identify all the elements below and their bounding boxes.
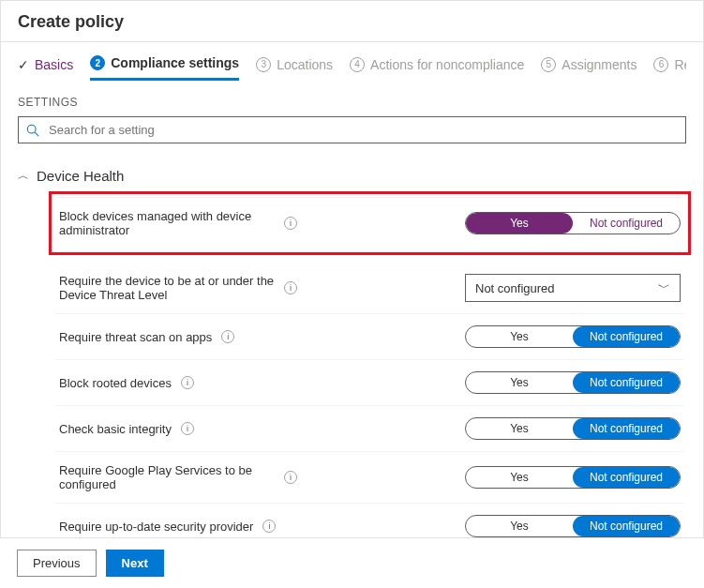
setting-row: Require threat scan on apps i Yes Not co… [55,314,684,360]
tab-basics[interactable]: ✓ Basics [18,57,73,80]
toggle-yes[interactable]: Yes [466,213,573,234]
toggle-not-configured[interactable]: Not configured [573,213,680,234]
wizard-tabs: ✓ Basics 2 Compliance settings 3 Locatio… [18,55,686,81]
setting-label: Require up-to-date security provider [59,520,253,534]
setting-label: Require threat scan on apps [59,330,212,344]
info-icon[interactable]: i [262,520,276,533]
toggle-not-configured[interactable]: Not configured [573,467,680,488]
toggle-not-configured[interactable]: Not configured [573,326,680,347]
page-title: Create policy [1,1,703,41]
toggle-yes[interactable]: Yes [466,467,573,488]
step-number-icon: 6 [653,57,668,72]
search-input[interactable] [47,122,678,138]
threat-level-dropdown[interactable]: Not configured ﹀ [465,274,681,302]
toggle-pill[interactable]: Yes Not configured [465,212,681,234]
setting-row: Block rooted devices i Yes Not configure… [55,360,684,406]
dropdown-value: Not configured [475,281,555,295]
setting-label: Block devices managed with device admini… [59,209,275,237]
toggle-yes[interactable]: Yes [466,516,573,536]
setting-row: Require Google Play Services to be confi… [55,452,684,504]
toggle-yes[interactable]: Yes [466,372,573,393]
tab-label: Compliance settings [111,55,239,70]
tab-actions-noncompliance[interactable]: 4 Actions for noncompliance [350,57,524,80]
search-icon [26,124,39,137]
settings-list: Block devices managed with device admini… [55,197,684,550]
setting-label: Require the device to be at or under the… [59,274,275,302]
toggle-pill[interactable]: Yes Not configured [465,371,681,394]
check-icon: ✓ [18,57,29,72]
info-icon[interactable]: i [284,471,297,484]
previous-button[interactable]: Previous [17,550,97,577]
info-icon[interactable]: i [181,376,194,389]
toggle-not-configured[interactable]: Not configured [573,418,680,439]
info-icon[interactable]: i [284,217,297,230]
tab-label: Review [674,57,686,72]
toggle-pill[interactable]: Yes Not configured [465,515,681,537]
toggle-yes[interactable]: Yes [466,326,573,347]
setting-row: Check basic integrity i Yes Not configur… [55,406,684,452]
step-number-icon: 3 [256,57,271,72]
step-number-icon: 2 [90,55,105,70]
highlight-box: Block devices managed with device admini… [49,191,691,255]
tab-compliance-settings[interactable]: 2 Compliance settings [90,55,239,81]
toggle-not-configured[interactable]: Not configured [573,372,680,393]
chevron-up-icon: ︿ [18,168,29,184]
tab-label: Basics [35,57,73,72]
tab-review[interactable]: 6 Review [653,57,686,80]
search-box[interactable] [18,116,686,143]
info-icon[interactable]: i [221,330,234,343]
toggle-pill[interactable]: Yes Not configured [465,466,681,489]
tab-label: Locations [277,57,333,72]
setting-label: Block rooted devices [59,376,172,390]
info-icon[interactable]: i [181,422,194,435]
chevron-down-icon: ﹀ [658,279,670,296]
step-number-icon: 5 [541,57,556,72]
setting-row: Require the device to be at or under the… [55,263,684,314]
step-number-icon: 4 [350,57,365,72]
toggle-pill[interactable]: Yes Not configured [465,417,681,440]
tab-assignments[interactable]: 5 Assignments [541,57,637,80]
setting-label: Require Google Play Services to be confi… [59,463,275,491]
settings-heading: SETTINGS [18,96,686,109]
toggle-not-configured[interactable]: Not configured [573,516,680,536]
next-button[interactable]: Next [106,550,164,577]
svg-point-0 [27,125,36,133]
tab-label: Actions for noncompliance [370,57,524,72]
tab-label: Assignments [562,57,637,72]
info-icon[interactable]: i [284,281,297,294]
section-title: Device Health [37,168,124,184]
section-device-health[interactable]: ︿ Device Health [18,168,686,184]
tab-locations[interactable]: 3 Locations [256,57,333,80]
svg-line-1 [35,132,38,136]
toggle-pill[interactable]: Yes Not configured [465,325,681,348]
wizard-footer: Previous Next [0,537,704,588]
setting-row: Block devices managed with device admini… [55,198,684,249]
setting-label: Check basic integrity [59,422,172,436]
toggle-yes[interactable]: Yes [466,418,573,439]
